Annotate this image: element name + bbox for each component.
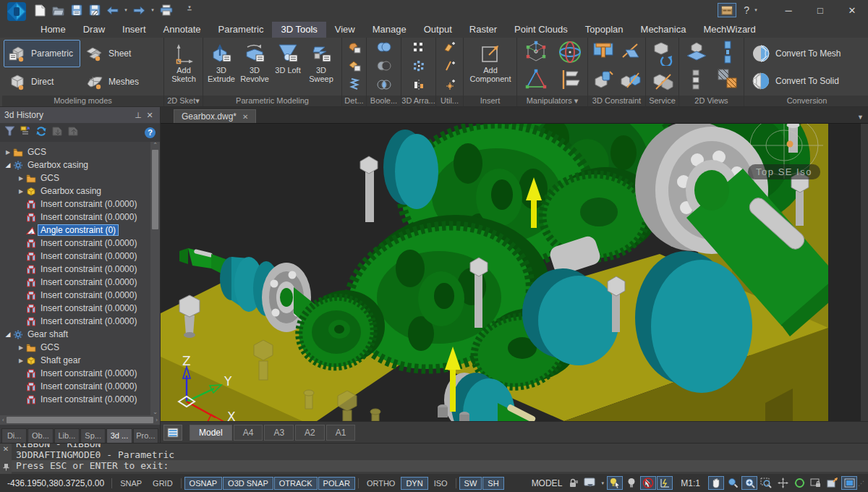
command-prompt[interactable]: Press ESC or ENTER to exit: [12, 460, 868, 472]
ribbon-tab-point-clouds[interactable]: Point Clouds [506, 22, 576, 38]
ribbon-tab-insert[interactable]: Insert [114, 22, 155, 38]
intersect-icon[interactable] [375, 79, 393, 93]
orbit-3d-icon[interactable] [791, 476, 807, 490]
status-dropdown[interactable]: ▾ [599, 480, 606, 486]
convert-to-solid-button[interactable]: Convert To Solid [746, 67, 868, 95]
new-file-icon[interactable] [32, 2, 48, 18]
panel-tab-3[interactable]: Sp... [80, 428, 106, 443]
revolve-button[interactable]: 3D Revolve [238, 40, 271, 95]
fullscreen-icon[interactable] [841, 476, 857, 490]
tree-item[interactable]: Insert constraint (0.0000) [0, 289, 160, 302]
toggle-iso[interactable]: ISO [429, 477, 453, 490]
mirror-icon[interactable] [412, 79, 425, 93]
mate-constraint-icon[interactable] [592, 41, 615, 67]
tree-horizontal-scrollbar[interactable]: ‹› [0, 415, 160, 425]
toggle-o3d-snap[interactable]: O3D SNAP [223, 477, 273, 490]
rect-array-icon[interactable] [412, 41, 425, 56]
layout-tab-a4[interactable]: A4 [234, 425, 263, 441]
document-tab[interactable]: Gearbox.dwg* ✕ [174, 109, 256, 123]
angle-constraint-ribbon-icon[interactable] [620, 41, 642, 66]
hatch-view-icon[interactable] [715, 68, 740, 94]
tree-item[interactable]: Insert constraint (0.0000) [0, 237, 160, 250]
help-dropdown[interactable]: ▾ [752, 7, 760, 13]
display-layout-icon[interactable] [582, 476, 598, 490]
tree-item[interactable]: ▶Gearbox casing [0, 184, 160, 198]
help-icon[interactable]: ? [744, 4, 749, 16]
tree-item[interactable]: Insert constraint (0.0000) [0, 315, 160, 328]
tree-item[interactable]: Insert constraint (0.0000) [0, 263, 160, 276]
undo-icon[interactable] [104, 2, 121, 18]
loft-button[interactable]: 3D Loft [271, 40, 305, 95]
command-close-icon[interactable]: ✕ [3, 445, 9, 453]
panel-tab-5[interactable]: Pro... [133, 428, 158, 443]
tree-item[interactable]: Insert constraint (0.0000) [0, 367, 160, 380]
parametric-mode-button[interactable]: Parametric [4, 40, 80, 67]
orbit-icon[interactable] [775, 476, 791, 490]
print-icon[interactable] [158, 2, 174, 18]
viewport-lock-icon[interactable] [808, 476, 824, 490]
undo-dropdown[interactable]: ▾ [122, 7, 129, 13]
detail-flat-icon[interactable] [348, 59, 361, 75]
viewport-3d[interactable]: Top SE Iso Z Y X [161, 123, 868, 421]
command-pin-icon[interactable] [3, 463, 9, 472]
ribbon-tab-manage[interactable]: Manage [364, 22, 415, 38]
zoom-window-icon[interactable] [758, 476, 774, 490]
polar-array-icon[interactable] [412, 60, 425, 75]
add-sketch-button[interactable]: Add Sketch [166, 40, 202, 83]
tree-expander-closed[interactable]: ▶ [16, 357, 26, 364]
model-space-label[interactable]: MODEL [529, 478, 566, 488]
tree-item[interactable]: Angle constraint (0) [0, 224, 160, 237]
load-history-icon[interactable] [67, 126, 79, 139]
tree-item[interactable]: ▶Shaft gear [0, 354, 160, 367]
panel-tab-0[interactable]: Di... [1, 428, 27, 443]
ribbon-tab-parametric[interactable]: Parametric [210, 22, 273, 38]
tree-item[interactable]: Insert constraint (0.0000) [0, 302, 160, 315]
command-history[interactable]: RIBBON - RIBBON 3DDRAFTINGMODE0 - Parame… [12, 444, 868, 474]
convert-to-mesh-button[interactable]: Convert To Mesh [746, 40, 868, 67]
toggle-otrack[interactable]: OTRACK [274, 477, 318, 490]
panel-tab-4[interactable]: 3d ... [106, 428, 132, 443]
add-point-icon[interactable] [443, 79, 456, 93]
tree-item[interactable]: Insert constraint (0.0000) [0, 211, 160, 224]
pin-icon[interactable]: ⊥ [132, 111, 144, 120]
zoom-icon[interactable] [725, 476, 741, 490]
tree-item[interactable]: Insert constraint (0.0000) [0, 393, 160, 406]
new-viewport-icon[interactable] [825, 476, 841, 490]
offset-manipulator-icon[interactable] [558, 67, 582, 95]
save-as-icon[interactable] [86, 2, 103, 18]
sheet-mode-button[interactable]: Sheet [81, 40, 158, 67]
ribbon-tab-output[interactable]: Output [415, 22, 461, 38]
move-gizmo-icon[interactable] [524, 40, 548, 67]
sweep-button[interactable]: 3D Sweep [305, 40, 338, 95]
bulb-icon[interactable] [624, 476, 639, 490]
direct-mode-button[interactable]: Direct [4, 68, 80, 96]
tree-expander-closed[interactable]: ▶ [16, 344, 26, 351]
panel-tab-1[interactable]: Ob... [27, 428, 53, 443]
view-from-solid-icon[interactable] [684, 40, 709, 67]
highlight-selection-icon[interactable] [607, 476, 623, 490]
ribbon-collapse-caret[interactable]: ▼ [857, 114, 864, 121]
subtract-icon[interactable] [375, 60, 393, 75]
spring-icon[interactable] [348, 77, 361, 93]
toggle-osnap[interactable]: OSNAP [184, 477, 223, 490]
section-view-icon[interactable] [718, 40, 737, 67]
ribbon-tab-home[interactable]: Home [32, 22, 75, 38]
detail-view-icon[interactable] [687, 69, 706, 93]
sheet-list-icon[interactable] [163, 425, 182, 441]
panel-tab-2[interactable]: Lib... [54, 428, 80, 443]
pan-icon[interactable] [708, 476, 724, 490]
toggle-dyn[interactable]: DYN [401, 477, 427, 490]
document-tab-close-icon[interactable]: ✕ [242, 113, 248, 121]
layout-tab-model[interactable]: Model [190, 425, 232, 441]
tree-item[interactable]: ◢Gearbox casing [0, 158, 160, 171]
layout-tab-a3[interactable]: A3 [264, 425, 294, 441]
redo-icon[interactable] [131, 2, 148, 18]
tree-expander-closed[interactable]: ▶ [16, 188, 26, 195]
toggle-ortho[interactable]: ORTHO [362, 477, 401, 490]
tree-item[interactable]: Insert constraint (0.0000) [0, 276, 160, 289]
tree-expander-open[interactable]: ◢ [3, 331, 13, 338]
ribbon-tab-draw[interactable]: Draw [75, 22, 114, 38]
tree-item[interactable]: ▶GCS [0, 145, 160, 158]
meshes-mode-button[interactable]: Meshes [81, 68, 158, 96]
quick-ucs-icon[interactable] [657, 476, 673, 490]
